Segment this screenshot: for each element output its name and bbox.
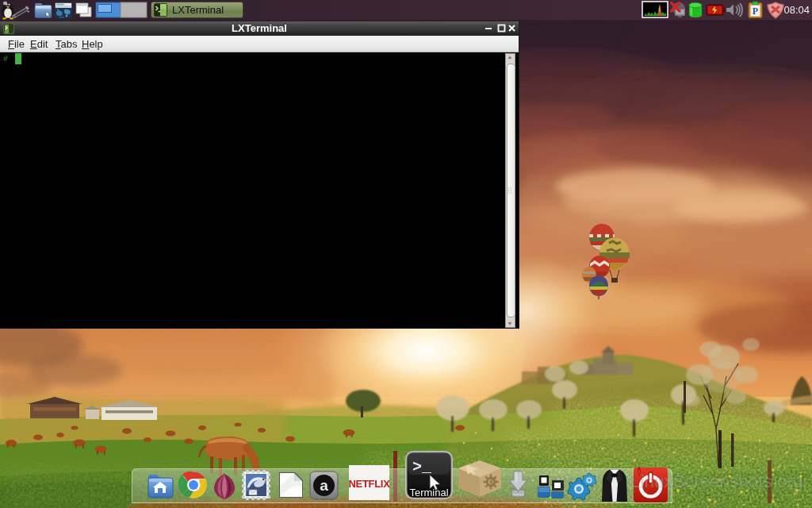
svg-text:NETFLIX: NETFLIX — [348, 478, 390, 490]
svg-text:>_: >_ — [412, 458, 432, 476]
svg-text:a: a — [320, 477, 328, 494]
svg-text:P: P — [753, 6, 758, 17]
